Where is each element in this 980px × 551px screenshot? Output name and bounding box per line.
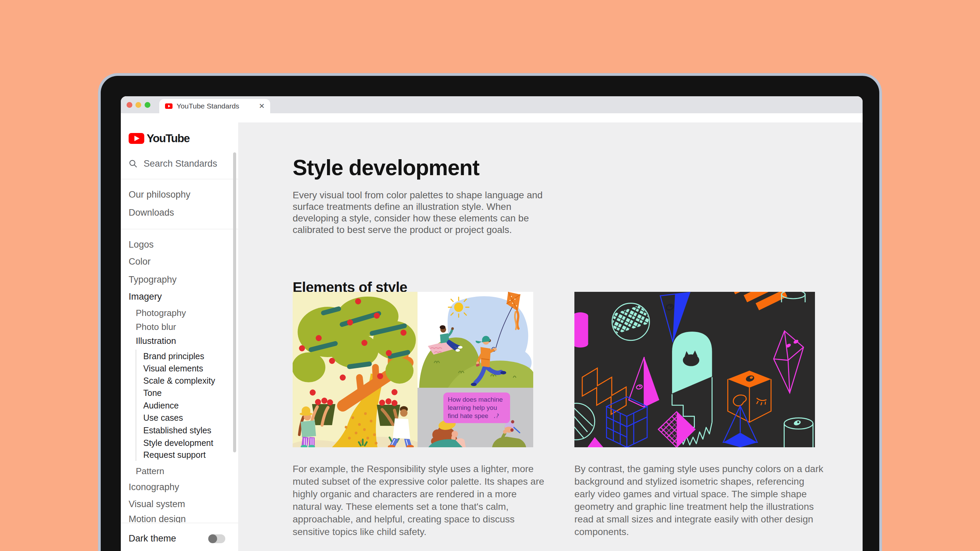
tab-title: YouTube Standards (177, 102, 239, 110)
machine-learning-panel: How does machine learning help you find … (417, 388, 533, 447)
sidebar-scrollbar[interactable] (233, 152, 236, 453)
youtube-favicon-icon (165, 103, 172, 109)
youtube-wordmark: YouTube (147, 132, 189, 145)
sidebar-item-pattern[interactable]: Pattern (121, 465, 248, 477)
figure-responsibility-style: How does machine learning help you find … (293, 292, 533, 548)
dark-theme-toggle[interactable] (208, 534, 225, 543)
sidebar-item-color[interactable]: Color (121, 256, 241, 267)
gaming-style-image (574, 292, 815, 447)
search-placeholder: Search Standards (143, 159, 217, 169)
sidebar-item-illustration[interactable]: Illustration (121, 335, 248, 346)
window-close-light[interactable] (127, 102, 132, 108)
apple-tree-illustration (293, 292, 417, 447)
gaming-shapes-illustration (574, 292, 815, 447)
browser-tab[interactable]: YouTube Standards ✕ (159, 99, 270, 113)
search-icon (129, 159, 137, 168)
apple-tree-panel (293, 292, 417, 447)
desktop: YouTube Standards ✕ YouTube Search Stand (0, 0, 980, 551)
youtube-logo[interactable]: YouTube (129, 132, 189, 145)
window-minimize-light[interactable] (135, 102, 141, 108)
speech-bubble: How does machine learning help you find … (443, 392, 510, 423)
youtube-play-icon (129, 133, 144, 144)
sidebar-footer: Dark theme (121, 523, 238, 551)
sidebar-item-visual-system[interactable]: Visual system (121, 498, 241, 510)
dark-theme-label: Dark theme (129, 533, 176, 544)
tab-close-icon[interactable]: ✕ (259, 102, 265, 110)
sidebar-item-our-philosophy[interactable]: Our philosophy (121, 189, 241, 200)
sidebar-item-photo-blur[interactable]: Photo blur (121, 321, 248, 333)
sidebar-item-photography[interactable]: Photography (121, 307, 248, 319)
browser-tab-strip: YouTube Standards ✕ (121, 96, 862, 113)
figure-caption: By contrast, the gaming style uses punch… (574, 462, 826, 538)
figure-caption: For example, the Responsibility style us… (293, 462, 544, 538)
sidebar: YouTube Search Standards Our philosophy … (121, 113, 238, 551)
sidebar-item-downloads[interactable]: Downloads (121, 207, 241, 218)
intro-paragraph: Every visual tool from color palettes to… (293, 189, 546, 236)
speech-bubble-tail (487, 414, 498, 422)
sidebar-item-imagery[interactable]: Imagery (121, 291, 241, 302)
browser-window: YouTube Standards ✕ YouTube Search Stand (121, 96, 862, 551)
sidebar-divider (121, 179, 238, 179)
search-input[interactable]: Search Standards (129, 158, 231, 169)
toggle-knob-icon (208, 534, 217, 543)
window-zoom-light[interactable] (145, 102, 150, 108)
sidebar-item-typography[interactable]: Typography (121, 274, 241, 285)
kite-panel (417, 292, 533, 388)
sidebar-item-logos[interactable]: Logos (121, 239, 241, 250)
page-title: Style development (293, 155, 479, 180)
page: YouTube Search Standards Our philosophy … (121, 113, 862, 551)
sidebar-divider (121, 229, 238, 229)
sidebar-item-iconography[interactable]: Iconography (121, 481, 241, 493)
responsibility-style-image: How does machine learning help you find … (293, 292, 533, 447)
figure-gaming-style: By contrast, the gaming style uses punch… (574, 292, 815, 548)
kite-illustration (417, 292, 533, 388)
